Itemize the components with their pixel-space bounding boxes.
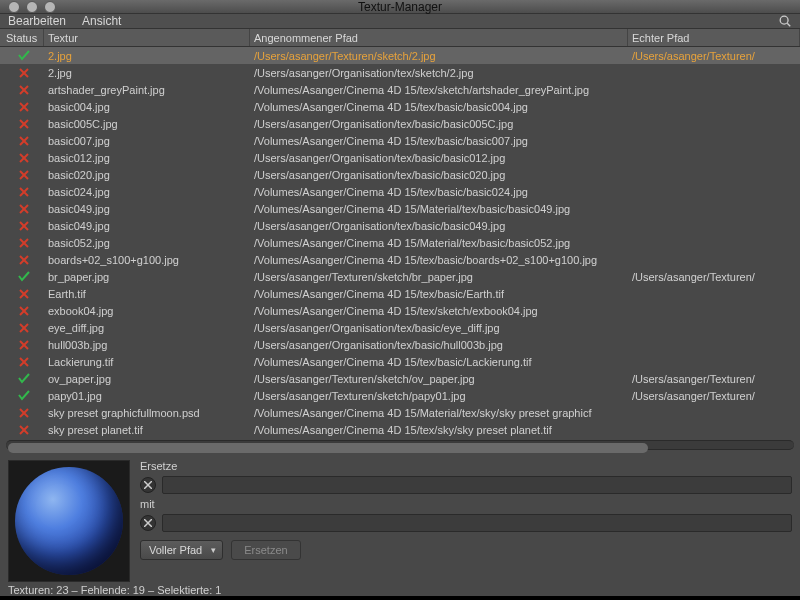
col-header-texture[interactable]: Textur: [44, 29, 250, 46]
cell-texture: basic049.jpg: [44, 220, 250, 232]
table-row[interactable]: 2.jpg/Users/asanger/Texturen/sketch/2.jp…: [0, 47, 800, 64]
cell-assumed-path: /Users/asanger/Organisation/tex/basic/ba…: [250, 169, 628, 181]
cell-texture: 2.jpg: [44, 50, 250, 62]
cell-assumed-path: /Volumes/Asanger/Cinema 4D 15/tex/sketch…: [250, 84, 628, 96]
table-row[interactable]: eye_diff.jpg/Users/asanger/Organisation/…: [0, 319, 800, 336]
table-row[interactable]: sky preset planet.tif/Volumes/Asanger/Ci…: [0, 421, 800, 438]
cell-texture: basic005C.jpg: [44, 118, 250, 130]
cell-texture: basic049.jpg: [44, 203, 250, 215]
cell-assumed-path: /Users/asanger/Texturen/sketch/br_paper.…: [250, 271, 628, 283]
table-row[interactable]: basic024.jpg/Volumes/Asanger/Cinema 4D 1…: [0, 183, 800, 200]
cell-texture: br_paper.jpg: [44, 271, 250, 283]
path-mode-select[interactable]: Voller Pfad: [140, 540, 223, 560]
cell-texture: basic052.jpg: [44, 237, 250, 249]
texture-table: Status Textur Angenommener Pfad Echter P…: [0, 29, 800, 438]
cross-icon: [17, 423, 31, 437]
col-header-real-path[interactable]: Echter Pfad: [628, 29, 800, 46]
cell-assumed-path: /Users/asanger/Organisation/tex/basic/ey…: [250, 322, 628, 334]
cell-texture: basic020.jpg: [44, 169, 250, 181]
cell-texture: hull003b.jpg: [44, 339, 250, 351]
table-body: 2.jpg/Users/asanger/Texturen/sketch/2.jp…: [0, 47, 800, 438]
cross-icon: [17, 117, 31, 131]
with-input[interactable]: [162, 514, 792, 532]
search-icon[interactable]: [778, 14, 792, 28]
cell-real-path: /Users/asanger/Texturen/: [628, 50, 800, 62]
titlebar: Textur-Manager: [0, 0, 800, 14]
cross-icon: [17, 100, 31, 114]
with-label: mit: [140, 498, 792, 510]
cell-texture: basic012.jpg: [44, 152, 250, 164]
cell-texture: basic024.jpg: [44, 186, 250, 198]
table-row[interactable]: Earth.tif/Volumes/Asanger/Cinema 4D 15/t…: [0, 285, 800, 302]
cell-texture: basic004.jpg: [44, 101, 250, 113]
check-icon: [17, 371, 31, 385]
replace-button[interactable]: Ersetzen: [231, 540, 300, 560]
cross-icon: [17, 287, 31, 301]
cross-icon: [17, 406, 31, 420]
preview-sphere: [15, 467, 123, 575]
cross-icon: [17, 338, 31, 352]
table-row[interactable]: 2.jpg/Users/asanger/Organisation/tex/ske…: [0, 64, 800, 81]
scrollbar-thumb[interactable]: [8, 443, 648, 453]
menubar: Bearbeiten Ansicht: [0, 14, 800, 29]
table-row[interactable]: exbook04.jpg/Volumes/Asanger/Cinema 4D 1…: [0, 302, 800, 319]
cell-texture: exbook04.jpg: [44, 305, 250, 317]
table-row[interactable]: Lackierung.tif/Volumes/Asanger/Cinema 4D…: [0, 353, 800, 370]
table-row[interactable]: ov_paper.jpg/Users/asanger/Texturen/sket…: [0, 370, 800, 387]
table-row[interactable]: sky preset graphicfullmoon.psd/Volumes/A…: [0, 404, 800, 421]
table-row[interactable]: hull003b.jpg/Users/asanger/Organisation/…: [0, 336, 800, 353]
table-row[interactable]: basic052.jpg/Volumes/Asanger/Cinema 4D 1…: [0, 234, 800, 251]
check-icon: [17, 388, 31, 402]
cross-icon: [17, 355, 31, 369]
cell-real-path: /Users/asanger/Texturen/: [628, 271, 800, 283]
horizontal-scrollbar[interactable]: [6, 440, 794, 450]
cross-icon: [17, 185, 31, 199]
cross-icon: [17, 202, 31, 216]
cell-real-path: /Users/asanger/Texturen/: [628, 373, 800, 385]
menu-edit[interactable]: Bearbeiten: [8, 14, 66, 28]
cell-assumed-path: /Users/asanger/Organisation/tex/basic/hu…: [250, 339, 628, 351]
table-header: Status Textur Angenommener Pfad Echter P…: [0, 29, 800, 47]
table-row[interactable]: basic004.jpg/Volumes/Asanger/Cinema 4D 1…: [0, 98, 800, 115]
cell-assumed-path: /Users/asanger/Organisation/tex/sketch/2…: [250, 67, 628, 79]
table-row[interactable]: papy01.jpg/Users/asanger/Texturen/sketch…: [0, 387, 800, 404]
replace-label: Ersetze: [140, 460, 792, 472]
table-row[interactable]: basic005C.jpg/Users/asanger/Organisation…: [0, 115, 800, 132]
cell-assumed-path: /Volumes/Asanger/Cinema 4D 15/tex/sketch…: [250, 305, 628, 317]
cell-assumed-path: /Volumes/Asanger/Cinema 4D 15/Material/t…: [250, 237, 628, 249]
cell-assumed-path: /Volumes/Asanger/Cinema 4D 15/Material/t…: [250, 407, 628, 419]
cross-icon: [17, 321, 31, 335]
cell-assumed-path: /Volumes/Asanger/Cinema 4D 15/tex/basic/…: [250, 288, 628, 300]
table-row[interactable]: basic012.jpg/Users/asanger/Organisation/…: [0, 149, 800, 166]
table-row[interactable]: basic007.jpg/Volumes/Asanger/Cinema 4D 1…: [0, 132, 800, 149]
cell-texture: papy01.jpg: [44, 390, 250, 402]
cross-icon: [17, 304, 31, 318]
table-row[interactable]: basic049.jpg/Users/asanger/Organisation/…: [0, 217, 800, 234]
cell-assumed-path: /Volumes/Asanger/Cinema 4D 15/tex/basic/…: [250, 254, 628, 266]
svg-line-1: [787, 23, 790, 26]
col-header-assumed-path[interactable]: Angenommener Pfad: [250, 29, 628, 46]
cell-assumed-path: /Users/asanger/Texturen/sketch/papy01.jp…: [250, 390, 628, 402]
table-row[interactable]: br_paper.jpg/Users/asanger/Texturen/sket…: [0, 268, 800, 285]
cross-icon: [17, 66, 31, 80]
replace-input[interactable]: [162, 476, 792, 494]
clear-replace-icon[interactable]: [140, 477, 156, 493]
cell-texture: ov_paper.jpg: [44, 373, 250, 385]
table-row[interactable]: basic049.jpg/Volumes/Asanger/Cinema 4D 1…: [0, 200, 800, 217]
cell-texture: Lackierung.tif: [44, 356, 250, 368]
cell-texture: sky preset graphicfullmoon.psd: [44, 407, 250, 419]
cell-texture: eye_diff.jpg: [44, 322, 250, 334]
bottom-panel: Ersetze mit Voller Pfad Ersetzen: [0, 454, 800, 584]
cell-texture: sky preset planet.tif: [44, 424, 250, 436]
table-row[interactable]: basic020.jpg/Users/asanger/Organisation/…: [0, 166, 800, 183]
col-header-status[interactable]: Status: [0, 29, 44, 46]
clear-with-icon[interactable]: [140, 515, 156, 531]
cross-icon: [17, 253, 31, 267]
cell-assumed-path: /Volumes/Asanger/Cinema 4D 15/tex/basic/…: [250, 135, 628, 147]
cell-texture: boards+02_s100+g100.jpg: [44, 254, 250, 266]
menu-view[interactable]: Ansicht: [82, 14, 121, 28]
table-row[interactable]: artshader_greyPaint.jpg/Volumes/Asanger/…: [0, 81, 800, 98]
svg-point-0: [780, 16, 788, 24]
table-row[interactable]: boards+02_s100+g100.jpg/Volumes/Asanger/…: [0, 251, 800, 268]
cell-assumed-path: /Volumes/Asanger/Cinema 4D 15/tex/basic/…: [250, 101, 628, 113]
